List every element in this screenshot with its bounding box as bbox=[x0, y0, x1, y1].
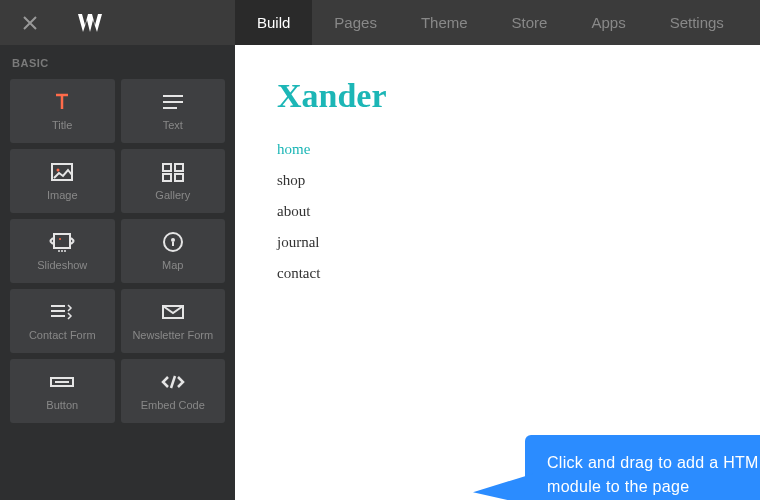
widget-map[interactable]: Map bbox=[121, 219, 226, 283]
close-icon bbox=[22, 15, 38, 31]
svg-rect-6 bbox=[54, 234, 70, 248]
weebly-logo-icon bbox=[78, 14, 102, 32]
widget-label: Map bbox=[162, 259, 183, 272]
newsletter-icon bbox=[161, 299, 185, 325]
widget-label: Title bbox=[52, 119, 72, 132]
svg-point-10 bbox=[64, 250, 66, 252]
widget-label: Gallery bbox=[155, 189, 190, 202]
nav-item-shop[interactable]: shop bbox=[277, 172, 760, 189]
button-icon bbox=[49, 369, 75, 395]
widget-title[interactable]: Title bbox=[10, 79, 115, 143]
svg-rect-5 bbox=[175, 174, 183, 181]
svg-point-9 bbox=[61, 250, 63, 252]
widget-label: Embed Code bbox=[141, 399, 205, 412]
close-button[interactable] bbox=[0, 0, 60, 45]
widget-image[interactable]: Image bbox=[10, 149, 115, 213]
slideshow-icon bbox=[48, 229, 76, 255]
tab-pages[interactable]: Pages bbox=[312, 0, 399, 45]
widget-label: Contact Form bbox=[29, 329, 96, 342]
title-icon bbox=[51, 89, 73, 115]
text-icon bbox=[161, 89, 185, 115]
widget-label: Text bbox=[163, 119, 183, 132]
widget-embed-code[interactable]: Embed Code bbox=[121, 359, 226, 423]
embed-code-icon bbox=[160, 369, 186, 395]
nav-item-about[interactable]: about bbox=[277, 203, 760, 220]
tab-build[interactable]: Build bbox=[235, 0, 312, 45]
site-title[interactable]: Xander bbox=[277, 77, 760, 115]
widget-label: Image bbox=[47, 189, 78, 202]
tab-apps[interactable]: Apps bbox=[569, 0, 647, 45]
svg-rect-4 bbox=[163, 174, 171, 181]
site-nav: homeshopaboutjournalcontact bbox=[277, 141, 760, 282]
gallery-icon bbox=[161, 159, 185, 185]
sidebar-section-label: BASIC bbox=[10, 57, 225, 69]
svg-point-12 bbox=[171, 238, 175, 242]
svg-point-7 bbox=[59, 238, 61, 240]
widget-contact-form[interactable]: Contact Form bbox=[10, 289, 115, 353]
widget-text[interactable]: Text bbox=[121, 79, 226, 143]
nav-item-home[interactable]: home bbox=[277, 141, 760, 158]
nav-tabs: BuildPagesThemeStoreAppsSettings bbox=[235, 0, 746, 45]
tab-settings[interactable]: Settings bbox=[648, 0, 746, 45]
svg-rect-2 bbox=[163, 164, 171, 171]
svg-point-8 bbox=[58, 250, 60, 252]
svg-rect-15 bbox=[55, 381, 69, 383]
tab-store[interactable]: Store bbox=[490, 0, 570, 45]
widget-button[interactable]: Button bbox=[10, 359, 115, 423]
svg-point-1 bbox=[57, 169, 60, 172]
widget-newsletter[interactable]: Newsletter Form bbox=[121, 289, 226, 353]
contact-form-icon bbox=[49, 299, 75, 325]
nav-item-contact[interactable]: contact bbox=[277, 265, 760, 282]
instruction-tooltip: Click and drag to add a HTML module to t… bbox=[525, 435, 760, 500]
svg-rect-3 bbox=[175, 164, 183, 171]
widget-label: Button bbox=[46, 399, 78, 412]
tooltip-text: Click and drag to add a HTML module to t… bbox=[547, 454, 760, 495]
site-canvas[interactable]: Xander homeshopaboutjournalcontact Click… bbox=[235, 45, 760, 500]
widget-gallery[interactable]: Gallery bbox=[121, 149, 226, 213]
widget-label: Newsletter Form bbox=[132, 329, 213, 342]
topbar: BuildPagesThemeStoreAppsSettings bbox=[0, 0, 760, 45]
image-icon bbox=[50, 159, 74, 185]
sidebar: BASIC TitleTextImageGallerySlideshowMapC… bbox=[0, 45, 235, 500]
widget-label: Slideshow bbox=[37, 259, 87, 272]
nav-item-journal[interactable]: journal bbox=[277, 234, 760, 251]
widget-grid: TitleTextImageGallerySlideshowMapContact… bbox=[10, 79, 225, 423]
map-icon bbox=[162, 229, 184, 255]
tab-theme[interactable]: Theme bbox=[399, 0, 490, 45]
weebly-logo[interactable] bbox=[60, 0, 120, 45]
widget-slideshow[interactable]: Slideshow bbox=[10, 219, 115, 283]
